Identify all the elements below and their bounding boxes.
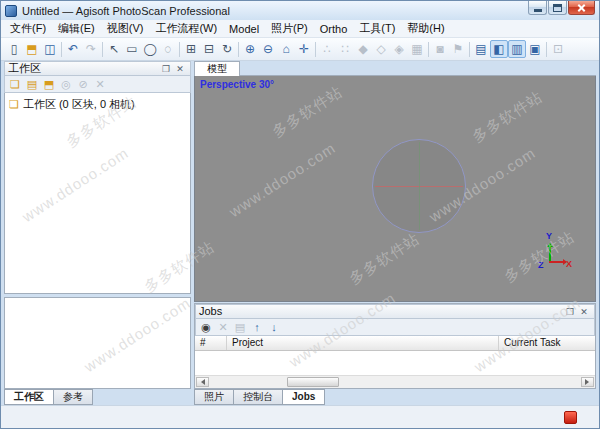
show-mesh-shaded-icon[interactable]: ◆	[354, 40, 372, 58]
axis-x-arrow	[549, 261, 566, 263]
jobs-toolbar: ◉ ✕ ▤ ↑ ↓	[195, 319, 595, 336]
redo-icon[interactable]: ↷	[82, 40, 100, 58]
jobs-column-number[interactable]: #	[195, 336, 227, 350]
export-jobs-icon[interactable]: ▤	[232, 320, 248, 335]
float-panel-icon[interactable]: ❐	[563, 306, 577, 318]
navigation-tool-icon[interactable]: ↖	[105, 40, 123, 58]
enable-item-icon[interactable]: ◎	[58, 77, 74, 92]
rectangle-selection-icon[interactable]: ▭	[123, 40, 141, 58]
main-toolbar: ▯ ⬒ ◫ ↶ ↷ ↖ ▭ ◯ ◌ ⊞ ⊟ ↻ ⊕ ⊖ ⌂ ✛ ∴ ∷ ◆ ◇ …	[1, 38, 599, 61]
show-markers-icon[interactable]: ⚑	[449, 40, 467, 58]
show-point-cloud-icon[interactable]: ∴	[318, 40, 336, 58]
jobs-column-project[interactable]: Project	[227, 336, 499, 350]
workspace-panel-header[interactable]: 工作区 ❐ ✕	[4, 61, 191, 76]
jobs-pane-toggle-icon[interactable]: ▣	[526, 40, 544, 58]
start-job-icon[interactable]: ◉	[198, 320, 214, 335]
add-folder-icon[interactable]: ⬒	[41, 77, 57, 92]
toolbar-separator	[238, 42, 239, 57]
capture-view-icon[interactable]: ⊡	[549, 40, 567, 58]
photos-pane-toggle-icon[interactable]: ▤	[472, 40, 490, 58]
move-job-up-icon[interactable]: ↑	[249, 320, 265, 335]
zoom-in-icon[interactable]: ⊕	[241, 40, 259, 58]
add-chunk-icon[interactable]: ❏	[7, 77, 23, 92]
chunk-folder-icon: ❏	[9, 98, 19, 111]
maximize-icon	[553, 4, 562, 12]
workspace-panel: 工作区 ❐ ✕ ❏ ▤ ⬒ ◎ ⊘ ✕ ❏ 工作区 (0 区块, 0 相机)	[4, 61, 191, 294]
menu-model[interactable]: Model	[223, 21, 265, 37]
show-cameras-icon[interactable]: ◙	[431, 40, 449, 58]
jobs-column-current-task[interactable]: Current Task	[499, 336, 595, 350]
left-tab-bar: 工作区 参考	[4, 389, 92, 405]
tab-reference[interactable]: 参考	[53, 389, 93, 405]
axis-gizmo: Y Z X	[539, 233, 573, 271]
show-mesh-wireframe-icon[interactable]: ◈	[390, 40, 408, 58]
minimize-icon	[534, 9, 542, 12]
menu-ortho[interactable]: Ortho	[314, 21, 354, 37]
model-sphere[interactable]	[372, 139, 466, 233]
maximize-button[interactable]	[548, 1, 567, 15]
jobs-panel-title: Jobs	[199, 305, 563, 318]
menu-photo[interactable]: 照片(P)	[265, 19, 314, 38]
rotate-region-icon[interactable]: ↻	[218, 40, 236, 58]
freeform-selection-icon[interactable]: ◌	[159, 40, 177, 58]
add-photos-icon[interactable]: ▤	[24, 77, 40, 92]
close-panel-icon[interactable]: ✕	[173, 63, 187, 75]
save-project-icon[interactable]: ◫	[41, 40, 59, 58]
undo-icon[interactable]: ↶	[64, 40, 82, 58]
jobs-table-body	[195, 351, 595, 375]
open-project-icon[interactable]: ⬒	[23, 40, 41, 58]
show-dense-cloud-icon[interactable]: ∷	[336, 40, 354, 58]
scroll-left-arrow-icon[interactable]	[196, 377, 209, 387]
center-view-icon[interactable]: ✛	[295, 40, 313, 58]
tab-jobs[interactable]: Jobs	[282, 389, 325, 405]
menu-help[interactable]: 帮助(H)	[401, 19, 450, 38]
right-dock-area: 模型 Perspective 30° Y Z X Jobs	[194, 61, 596, 405]
menu-edit[interactable]: 编辑(E)	[52, 19, 101, 38]
disable-item-icon[interactable]: ⊘	[75, 77, 91, 92]
tab-model[interactable]: 模型	[194, 61, 240, 77]
move-job-down-icon[interactable]: ↓	[266, 320, 282, 335]
menu-tools[interactable]: 工具(T)	[353, 19, 401, 38]
title-bar[interactable]: Untitled — Agisoft PhotoScan Professiona…	[1, 1, 599, 20]
toolbar-separator	[102, 42, 103, 57]
reset-view-icon[interactable]: ⌂	[277, 40, 295, 58]
workspace-panel-title: 工作区	[8, 62, 159, 75]
right-tab-bar: 照片 控制台 Jobs	[194, 389, 324, 405]
close-button[interactable]	[568, 1, 595, 15]
menu-file[interactable]: 文件(F)	[4, 19, 52, 38]
app-icon	[5, 5, 17, 17]
menu-bar: 文件(F) 编辑(E) 视图(V) 工作流程(W) Model 照片(P) Or…	[1, 20, 599, 38]
remove-item-icon[interactable]: ✕	[92, 77, 108, 92]
workspace-root-item[interactable]: ❏ 工作区 (0 区块, 0 相机)	[7, 96, 188, 113]
toolbar-separator	[469, 42, 470, 57]
float-panel-icon[interactable]: ❐	[159, 63, 173, 75]
tab-workspace[interactable]: 工作区	[4, 389, 54, 405]
toolbar-separator	[61, 42, 62, 57]
console-pane-toggle-icon[interactable]: ▥	[508, 40, 526, 58]
model-viewport[interactable]: Perspective 30° Y Z X	[194, 76, 596, 302]
show-mesh-solid-icon[interactable]: ◇	[372, 40, 390, 58]
jobs-horizontal-scrollbar[interactable]	[195, 375, 595, 388]
menu-view[interactable]: 视图(V)	[101, 19, 150, 38]
new-project-icon[interactable]: ▯	[5, 40, 23, 58]
perspective-label: Perspective 30°	[200, 79, 274, 90]
circle-selection-icon[interactable]: ◯	[141, 40, 159, 58]
remove-job-icon[interactable]: ✕	[215, 320, 231, 335]
reference-pane-placeholder	[4, 297, 191, 389]
workspace-root-label: 工作区 (0 区块, 0 相机)	[23, 97, 135, 112]
workspace-pane-toggle-icon[interactable]: ◧	[490, 40, 508, 58]
scrollbar-thumb[interactable]	[287, 377, 339, 387]
show-mesh-textured-icon[interactable]: ▦	[408, 40, 426, 58]
main-area: 工作区 ❐ ✕ ❏ ▤ ⬒ ◎ ⊘ ✕ ❏ 工作区 (0 区块, 0 相机)	[1, 61, 599, 405]
close-panel-icon[interactable]: ✕	[577, 306, 591, 318]
zoom-out-icon[interactable]: ⊖	[259, 40, 277, 58]
scroll-right-arrow-icon[interactable]	[581, 377, 594, 387]
move-region-icon[interactable]: ⊞	[182, 40, 200, 58]
jobs-panel-header[interactable]: Jobs ❐ ✕	[195, 304, 595, 319]
resize-region-icon[interactable]: ⊟	[200, 40, 218, 58]
tab-photos[interactable]: 照片	[194, 389, 234, 405]
minimize-button[interactable]	[528, 1, 547, 15]
model-tab-bar: 模型	[194, 61, 596, 76]
menu-workflow[interactable]: 工作流程(W)	[149, 19, 223, 38]
tab-console[interactable]: 控制台	[233, 389, 283, 405]
